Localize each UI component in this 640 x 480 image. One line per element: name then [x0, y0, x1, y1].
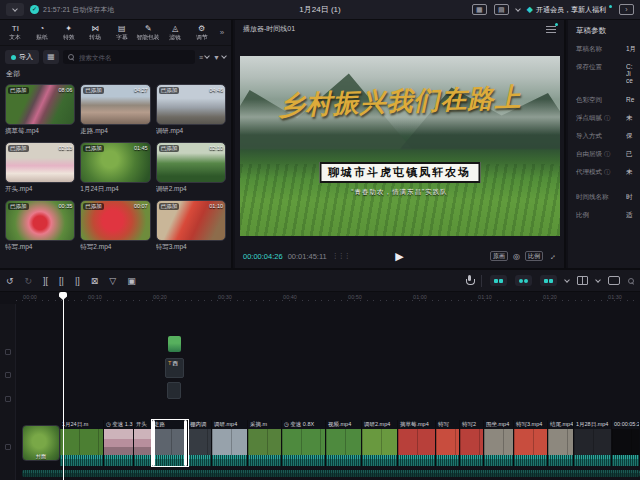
- audio-track[interactable]: [22, 470, 640, 477]
- media-item[interactable]: 已添加01:451月24日.mp4: [80, 142, 150, 194]
- media-thumbnail[interactable]: 已添加02:10: [156, 142, 226, 183]
- timeline-clip[interactable]: 1月28日.mp4: [574, 420, 612, 466]
- toolbar-expand-icon[interactable]: »: [215, 28, 229, 37]
- timeline-clip[interactable]: 采摘.m: [248, 420, 282, 466]
- toolbar-item-captions[interactable]: ▤字幕: [109, 25, 136, 40]
- trim-right-icon[interactable]: |]: [75, 275, 80, 287]
- frame-grid-icon[interactable]: ⋮⋮⋮: [332, 252, 350, 260]
- media-thumbnail[interactable]: 已添加00:35: [5, 200, 75, 241]
- param-label: 色彩空间: [576, 96, 602, 105]
- redo-icon[interactable]: ↻: [25, 275, 33, 287]
- track-toggle-icon[interactable]: [5, 349, 11, 355]
- video-frame[interactable]: 乡村振兴我们在路上 聊城市斗虎屯镇凤轩农场 “青春助农，情满东昌”实践队: [240, 56, 560, 236]
- timeline-clip[interactable]: 特写3.mp4: [514, 420, 548, 466]
- media-item[interactable]: 已添加01:10特写3.mp4: [156, 200, 226, 252]
- timeline-clip[interactable]: 围坐.mp4: [484, 420, 514, 466]
- toolbar-item-smart-pack[interactable]: ✎智能包装: [135, 25, 162, 40]
- media-item[interactable]: 已添加08:06摘草莓.mp4: [5, 84, 75, 136]
- filter-dropdown[interactable]: ▼: [213, 54, 226, 61]
- timeline-clip[interactable]: 00:00:05:24: [612, 420, 640, 466]
- media-thumbnail[interactable]: 已添加08:06: [5, 84, 75, 125]
- param-value: 保: [626, 132, 640, 141]
- media-item[interactable]: 已添加00:07特写2.mp4: [80, 200, 150, 252]
- preview-axis-toggle[interactable]: [540, 275, 557, 286]
- snap-toggle[interactable]: [490, 275, 507, 286]
- toolbar-item-sticker[interactable]: ◔贴纸: [29, 25, 56, 40]
- media-thumbnail[interactable]: 已添加00:07: [80, 200, 150, 241]
- timeline-clip[interactable]: 摘草莓.mp4: [398, 420, 436, 466]
- timeline-clip[interactable]: 调研2.mp4: [362, 420, 398, 466]
- timeline-clip[interactable]: 1月24日.m: [60, 420, 104, 466]
- media-thumbnail[interactable]: 已添加04:27: [80, 84, 150, 125]
- undo-icon[interactable]: ↺: [6, 275, 14, 287]
- timeline-clip[interactable]: 走路: [152, 420, 188, 466]
- media-item[interactable]: 已添加02:10调研2.mp4: [156, 142, 226, 194]
- timeline-ruler[interactable]: 00:0000:1000:2000:3000:4000:5001:0001:10…: [16, 292, 640, 304]
- info-icon[interactable]: ⓘ: [604, 114, 610, 123]
- membership-button[interactable]: ◆ 开通会员，享新人福利: [527, 5, 612, 15]
- text-clip[interactable]: [167, 382, 181, 399]
- export-icon[interactable]: ›: [619, 4, 634, 15]
- param-label: 时间线名称: [576, 193, 609, 202]
- ratio-chip[interactable]: 比例: [525, 251, 543, 261]
- qr-import-button[interactable]: ▦: [43, 50, 59, 64]
- timeline-clip[interactable]: 棚内调: [188, 420, 212, 466]
- info-icon[interactable]: ⓘ: [604, 168, 610, 177]
- quality-chip[interactable]: 原画: [490, 251, 508, 261]
- fullscreen-icon[interactable]: ↔: [546, 250, 558, 262]
- media-thumbnail[interactable]: 已添加01:10: [156, 200, 226, 241]
- media-thumbnail[interactable]: 已添加01:45: [80, 142, 150, 183]
- toolbar-item-filters[interactable]: ◬滤镜: [162, 25, 189, 40]
- record-audio-icon[interactable]: [466, 275, 473, 287]
- trim-left-icon[interactable]: [|: [59, 275, 64, 287]
- adjust-layout-icon[interactable]: [608, 276, 620, 285]
- track-layout-icon[interactable]: [577, 276, 588, 285]
- duration-label: 04:46: [209, 87, 223, 94]
- media-item[interactable]: 已添加00:35特写.mp4: [5, 200, 75, 252]
- media-item[interactable]: 已添加02:13开头.mp4: [5, 142, 75, 194]
- info-icon[interactable]: ⓘ: [604, 150, 610, 159]
- timeline[interactable]: 00:0000:1000:2000:3000:4000:5001:0001:10…: [0, 292, 640, 480]
- mask-icon[interactable]: ▽: [109, 275, 116, 287]
- media-thumbnail[interactable]: 已添加02:13: [5, 142, 75, 183]
- timeline-clip[interactable]: ◷ 变速 0.8X: [282, 420, 326, 466]
- playhead-line[interactable]: [63, 292, 64, 480]
- media-item[interactable]: 已添加04:27走路.mp4: [80, 84, 150, 136]
- chevron-down-icon[interactable]: [595, 277, 601, 283]
- timeline-zoom-out-icon[interactable]: [628, 278, 634, 284]
- toolbar-item-adjust[interactable]: ⚙调节: [188, 25, 215, 40]
- timeline-clip[interactable]: 特写2: [460, 420, 484, 466]
- link-toggle[interactable]: [515, 275, 532, 286]
- split-icon[interactable]: ][: [43, 275, 48, 287]
- delete-icon[interactable]: ⊠: [91, 275, 99, 287]
- sort-dropdown[interactable]: ≡: [199, 54, 209, 61]
- toolbar-item-text[interactable]: TI文本: [2, 25, 29, 40]
- menu-button[interactable]: [6, 3, 24, 16]
- media-item[interactable]: 已添加04:46调研.mp4: [156, 84, 226, 136]
- focus-icon[interactable]: ◎: [513, 252, 520, 261]
- sticker-clip[interactable]: [168, 336, 181, 352]
- timeline-clip[interactable]: ◷ 变速 1.3: [104, 420, 134, 466]
- track-toggle-icon[interactable]: [5, 372, 11, 378]
- timeline-clip[interactable]: 特写: [436, 420, 460, 466]
- text-clip[interactable]: T西: [165, 358, 184, 378]
- toolbar-item-transitions[interactable]: ⋈转场: [82, 25, 109, 40]
- timeline-clip[interactable]: 视频.mp4: [326, 420, 362, 466]
- crop-icon[interactable]: ▣: [127, 275, 136, 287]
- search-input[interactable]: [77, 53, 190, 62]
- track-toggle-icon[interactable]: [5, 396, 11, 402]
- timeline-clip[interactable]: 开头: [134, 420, 152, 466]
- chevron-down-icon[interactable]: [564, 277, 570, 283]
- play-button[interactable]: ▶: [395, 250, 403, 263]
- timeline-clip[interactable]: 结尾.mp4: [548, 420, 574, 466]
- display-mode-caret-icon[interactable]: [515, 6, 521, 12]
- timeline-clip[interactable]: 调研.mp4: [212, 420, 248, 466]
- ruler-time-label: 00:00: [23, 294, 37, 300]
- shortcut-keys-icon[interactable]: ▦: [472, 4, 487, 15]
- search-box[interactable]: [63, 50, 195, 64]
- display-mode-icon[interactable]: ▤: [494, 4, 509, 15]
- preview-menu-icon[interactable]: [546, 26, 556, 33]
- import-button[interactable]: 导入: [5, 50, 39, 64]
- toolbar-item-effects[interactable]: ✦特效: [55, 25, 82, 40]
- media-thumbnail[interactable]: 已添加04:46: [156, 84, 226, 125]
